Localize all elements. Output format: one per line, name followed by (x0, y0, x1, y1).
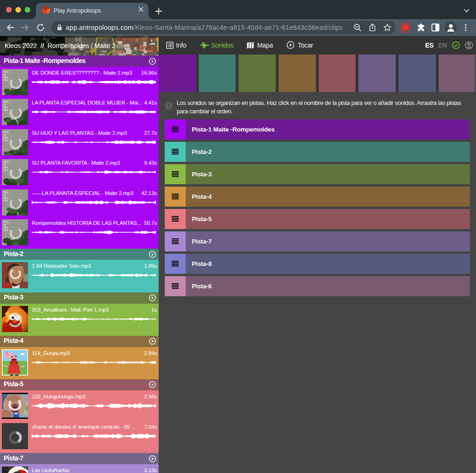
svg-text:?: ? (167, 103, 170, 108)
svg-text:DES: DES (3, 79, 8, 82)
svg-text:DES: DES (3, 229, 8, 232)
svg-text:DES: DES (3, 199, 8, 202)
svg-text:DES: DES (3, 109, 8, 111)
svg-text:DES: DES (3, 139, 8, 142)
svg-text:DES: DES (3, 169, 8, 172)
